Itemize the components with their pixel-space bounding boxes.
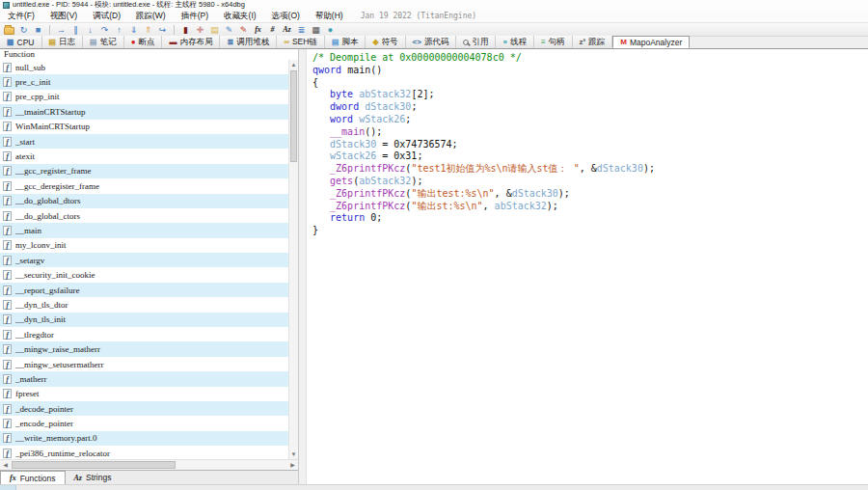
function-list-item[interactable]: f__write_memory.part.0 <box>0 431 288 446</box>
patches-icon[interactable]: ✚ <box>194 24 206 36</box>
tab-trace[interactable]: z²跟踪 <box>573 36 613 48</box>
run-to-user-code-icon[interactable]: ⇑ <box>142 24 154 36</box>
pause-icon[interactable]: ∥ <box>69 24 82 36</box>
function-icon: f <box>3 77 12 87</box>
vertical-scrollbar-thumb[interactable] <box>290 70 297 162</box>
scroll-up-arrow-icon[interactable]: ▲ <box>289 60 298 69</box>
tab-notes[interactable]: ▤笔记 <box>83 36 124 48</box>
code-token: word <box>330 114 353 124</box>
tab-seh-chain[interactable]: ∞SEH链 <box>277 36 325 48</box>
open-folder-icon[interactable] <box>4 27 14 35</box>
function-list-item[interactable]: f__do_global_ctors <box>0 208 288 223</box>
function-list-item[interactable]: f_encode_pointer <box>0 416 288 430</box>
step-over-icon[interactable]: ↷ <box>98 24 111 36</box>
function-list-item[interactable]: f_decode_pointer <box>0 401 288 416</box>
menu-item-0[interactable]: 文件(F) <box>0 11 42 22</box>
tab-log-icon: ▤ <box>49 39 57 46</box>
function-name: __write_memory.part.0 <box>15 433 96 443</box>
code-token <box>312 176 330 186</box>
tab-log[interactable]: ▤日志 <box>42 36 84 48</box>
function-list-item[interactable]: f_matherr <box>0 371 288 386</box>
function-list-item[interactable]: fmy_lconv_init <box>0 238 288 253</box>
function-list-item[interactable]: fpre_cpp_init <box>0 90 288 104</box>
tab-references[interactable]: 引用 <box>456 36 496 48</box>
breakpoints-icon[interactable]: ▮ <box>179 24 192 36</box>
label-hash-icon[interactable]: # <box>266 24 279 36</box>
tab-script[interactable]: ▤脚本 <box>325 36 366 48</box>
function-list-item[interactable]: ffpreset <box>0 387 288 401</box>
code-token: ); <box>643 163 655 174</box>
menu-item-5[interactable]: 收藏夹(I) <box>216 11 264 22</box>
restart-icon[interactable]: ↻ <box>17 24 30 36</box>
comments-icon[interactable]: ▤ <box>208 24 221 36</box>
run-icon[interactable]: → <box>55 24 68 36</box>
tab-mapoanalyzer[interactable]: MMapoAnalyzer <box>612 36 690 48</box>
tab-cpu[interactable]: ▦CPU <box>0 36 42 48</box>
function-list-item[interactable]: fatexit <box>0 149 288 163</box>
stop-icon[interactable]: ■ <box>32 24 44 36</box>
scroll-left-arrow-icon[interactable]: ◀ <box>0 460 11 471</box>
tab-breakpoints[interactable]: ●断点 <box>124 36 163 48</box>
tab-strings[interactable]: AzStrings <box>66 471 121 484</box>
tab-handles[interactable]: ≡句柄 <box>534 36 573 48</box>
tab-memory-map[interactable]: ▬内存布局 <box>162 36 220 48</box>
function-list-item[interactable]: f__gcc_deregister_frame <box>0 178 288 193</box>
menu-item-2[interactable]: 调试(D) <box>85 11 128 22</box>
menu-item-7[interactable]: 帮助(H) <box>308 11 351 22</box>
execute-till-return-icon[interactable]: ↑ <box>113 24 125 36</box>
functions-list[interactable]: ▲ ▼ fnull_subfpre_c_initfpre_cpp_initf__… <box>0 60 298 459</box>
function-list-item[interactable]: f__dyn_tls_dtor <box>0 297 288 312</box>
function-list-item[interactable]: fnull_sub <box>0 60 288 74</box>
function-list-item[interactable]: f_setargv <box>0 253 288 267</box>
function-list-item[interactable]: f_pei386_runtime_relocator <box>0 446 288 459</box>
graph-icon[interactable]: ≣ <box>295 24 308 36</box>
panel-splitter[interactable] <box>299 49 307 484</box>
function-list-item[interactable]: f__mingw_raise_matherr <box>0 341 288 356</box>
function-list-item[interactable]: f__report_gsfailure <box>0 283 288 297</box>
decompiler-code-panel[interactable]: /* Deompile at 0x00000000004078c0 */qwor… <box>307 49 868 484</box>
function-name: __dyn_tls_init <box>15 314 66 324</box>
memory-icon[interactable]: ▦ <box>310 24 322 36</box>
strings-az-icon[interactable]: Az <box>281 24 293 36</box>
step-out-icon[interactable]: ⇓ <box>127 24 140 36</box>
function-list-item[interactable]: f__main <box>0 223 288 237</box>
menu-item-4[interactable]: 插件(P) <box>174 11 216 22</box>
function-list-item[interactable]: f__security_init_cookie <box>0 267 288 282</box>
code-token <box>312 188 330 199</box>
menu-item-1[interactable]: 视图(V) <box>42 11 85 22</box>
function-list-item[interactable]: f_start <box>0 134 288 149</box>
function-list-item[interactable]: f__do_global_dtors <box>0 194 288 208</box>
code-token: wStack26 <box>359 114 405 124</box>
function-list-item[interactable]: fpre_c_init <box>0 74 288 89</box>
function-list-item[interactable]: f__dyn_tls_init <box>0 313 288 327</box>
function-list-item[interactable]: f__gcc_register_frame <box>0 164 288 178</box>
highlight-pencil-icon[interactable]: ✎ <box>237 24 250 36</box>
function-list-item[interactable]: f__tlregdtor <box>0 327 288 341</box>
assemble-fx-icon[interactable]: fx <box>252 24 264 36</box>
toolbar-separator <box>49 25 50 35</box>
horizontal-scrollbar-thumb[interactable] <box>12 461 176 469</box>
tab-source[interactable]: <>源代码 <box>406 36 457 48</box>
step-into-icon[interactable]: ↓ <box>84 24 96 36</box>
function-list-item[interactable]: fWinMainCRTStartup <box>0 120 288 134</box>
scroll-down-arrow-icon[interactable]: ▼ <box>289 449 298 459</box>
edit-brush-icon[interactable]: ✎ <box>223 24 235 36</box>
code-token: abStack32 <box>495 201 547 211</box>
function-list-item[interactable]: f__tmainCRTStartup <box>0 104 288 119</box>
menu-item-6[interactable]: 选项(O) <box>264 11 308 22</box>
scroll-right-arrow-icon[interactable]: ▶ <box>287 460 298 471</box>
tab-call-stack[interactable]: ≣调用堆栈 <box>220 36 277 48</box>
skip-next-icon[interactable]: ↪ <box>156 24 169 36</box>
tab-functions[interactable]: fxFunctions <box>0 471 66 484</box>
function-name: __dyn_tls_dtor <box>15 300 68 310</box>
code-token: gets <box>330 176 353 186</box>
menu-item-3[interactable]: 跟踪(W) <box>128 11 174 22</box>
function-list-item[interactable]: f__mingw_setusermatherr <box>0 357 288 371</box>
tab-threads[interactable]: »线程 <box>496 36 533 48</box>
code-token: } <box>312 225 318 235</box>
code-line: _Z6printfPKcz("test1初始值为%s\n请输入st值： ", &… <box>312 163 864 176</box>
horizontal-scrollbar[interactable]: ◀ ▶ <box>0 459 298 470</box>
tab-symbols[interactable]: ◈符号 <box>366 36 405 48</box>
settings-icon[interactable]: ● <box>324 24 337 36</box>
vertical-scrollbar[interactable]: ▲ ▼ <box>288 60 298 459</box>
